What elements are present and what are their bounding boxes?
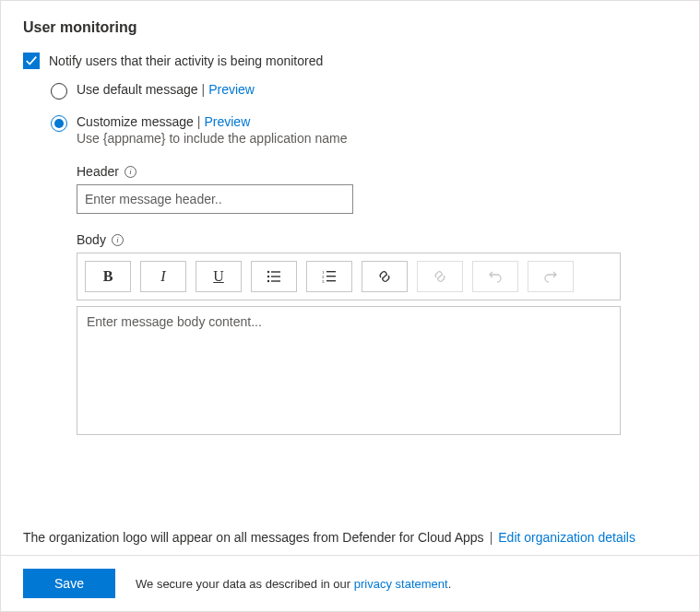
option-custom-hint: Use {appname} to include the application… <box>77 131 347 146</box>
option-custom-label: Customize message <box>77 114 194 129</box>
body-label: Body <box>77 232 106 247</box>
notify-checkbox[interactable] <box>23 53 40 69</box>
redo-button <box>528 261 574 292</box>
checkmark-icon <box>25 54 38 67</box>
logo-note-row: The organization logo will appear on all… <box>23 530 677 545</box>
notify-checkbox-label: Notify users that their activity is bein… <box>49 53 323 68</box>
info-icon[interactable]: i <box>112 234 124 246</box>
info-icon[interactable]: i <box>125 166 136 178</box>
separator: | <box>197 114 201 129</box>
page-title: User monitoring <box>23 19 677 36</box>
link-button[interactable] <box>362 261 408 292</box>
svg-rect-5 <box>271 280 280 281</box>
message-option-group: Use default message | Preview Customize … <box>51 82 677 146</box>
footer: Save We secure your data as described in… <box>1 555 699 611</box>
preview-default-link[interactable]: Preview <box>208 82 255 97</box>
svg-text:3: 3 <box>322 279 325 284</box>
body-field-block: Body i B I U 1 2 3 <box>77 232 677 435</box>
privacy-text: We secure your data as described in our … <box>136 577 451 591</box>
privacy-statement-link[interactable]: privacy statement <box>354 577 448 591</box>
redo-icon <box>543 269 558 284</box>
body-editor[interactable]: Enter message body content... <box>77 306 621 435</box>
user-monitoring-panel: User monitoring Notify users that their … <box>0 0 700 612</box>
undo-icon <box>488 269 503 284</box>
italic-button[interactable]: I <box>140 261 186 292</box>
radio-custom[interactable] <box>51 115 67 132</box>
save-button[interactable]: Save <box>23 569 115 598</box>
logo-note-text: The organization logo will appear on all… <box>23 530 484 545</box>
edit-org-details-link[interactable]: Edit organization details <box>498 530 635 545</box>
header-input[interactable] <box>77 184 353 214</box>
editor-toolbar: B I U 1 2 3 <box>77 253 621 300</box>
option-default-label: Use default message <box>77 82 198 97</box>
preview-custom-link[interactable]: Preview <box>204 114 250 129</box>
svg-rect-9 <box>326 276 336 277</box>
bold-button[interactable]: B <box>85 261 131 292</box>
header-field-block: Header i <box>77 164 677 214</box>
unlink-icon <box>433 269 447 284</box>
undo-button <box>472 261 518 292</box>
numbered-list-button[interactable]: 1 2 3 <box>306 261 352 292</box>
svg-point-4 <box>267 280 269 282</box>
privacy-suffix: . <box>448 577 452 591</box>
underline-button[interactable]: U <box>196 261 242 292</box>
svg-rect-11 <box>326 280 336 281</box>
option-default-message[interactable]: Use default message | Preview <box>51 82 677 100</box>
svg-rect-7 <box>326 271 336 272</box>
radio-default[interactable] <box>51 83 67 100</box>
bullet-list-button[interactable] <box>251 261 297 292</box>
svg-point-0 <box>267 271 269 273</box>
bullet-list-icon <box>267 269 281 284</box>
link-icon <box>377 269 392 284</box>
separator: | <box>202 82 206 97</box>
unlink-button <box>417 261 463 292</box>
svg-point-2 <box>267 276 269 277</box>
numbered-list-icon: 1 2 3 <box>322 269 337 284</box>
svg-rect-3 <box>271 276 280 277</box>
separator: | <box>490 530 493 545</box>
header-label: Header <box>77 164 119 179</box>
notify-checkbox-row[interactable]: Notify users that their activity is bein… <box>23 53 677 69</box>
privacy-prefix: We secure your data as described in our <box>136 577 354 591</box>
option-customize-message[interactable]: Customize message | Preview Use {appname… <box>51 114 677 146</box>
svg-rect-1 <box>271 271 280 272</box>
